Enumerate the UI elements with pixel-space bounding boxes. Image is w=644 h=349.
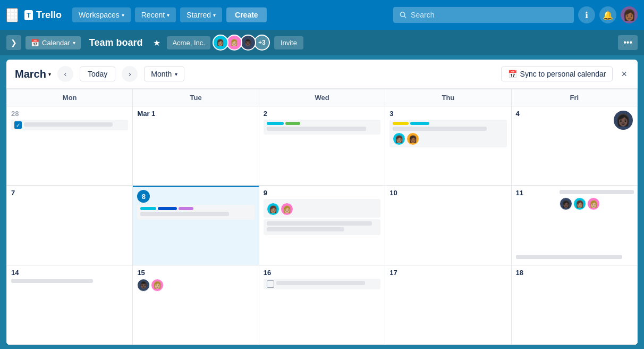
info-button[interactable]: ℹ (578, 6, 595, 23)
day-number: 16 (264, 269, 380, 277)
day-cell-mar8[interactable]: 8 (133, 186, 259, 265)
label-bar-cyan (410, 122, 429, 125)
trello-logo[interactable]: T Trello (24, 10, 62, 21)
card-avatar: 👩🏽 (267, 203, 279, 215)
search-input[interactable] (411, 11, 567, 19)
card-avatars: 👨🏿 👩🏼 (137, 279, 254, 292)
chevron-down-icon: ▾ (48, 71, 51, 77)
calendar-card[interactable]: 👩🏿 👩🏽 👩🏼 (560, 190, 634, 210)
chevron-left-icon: ‹ (64, 70, 67, 78)
card-avatar: 👩🏿 (560, 197, 572, 210)
invite-button[interactable]: Invite (274, 36, 303, 49)
today-button[interactable]: Today (80, 67, 115, 81)
day-header-mon: Mon (7, 89, 133, 106)
label-bar-purple (179, 207, 193, 210)
member-avatar-1[interactable]: 👩🏽 (213, 35, 228, 51)
day-cell-mar17[interactable]: 17 (385, 265, 511, 345)
search-icon (400, 11, 406, 19)
workspaces-menu[interactable]: Workspaces ▾ (72, 7, 131, 22)
card-text (267, 221, 372, 226)
workspace-button[interactable]: Acme, Inc. (167, 36, 210, 49)
sync-calendar-button[interactable]: 📅 Sync to personal calendar (501, 67, 613, 81)
calendar-card[interactable]: 👩🏽 👩🏾 (389, 120, 506, 147)
card-text (393, 127, 487, 131)
day-cell-mar2[interactable]: 2 (259, 106, 385, 186)
search-bar[interactable] (393, 7, 574, 23)
day-cell-mar18[interactable]: 18 (512, 265, 638, 345)
svg-rect-6 (7, 16, 10, 19)
calendar-card[interactable] (264, 120, 380, 135)
day-cell-mar9[interactable]: 9 👩🏽 👩🏼 (259, 186, 385, 265)
checkbox-icon: ✓ (14, 121, 22, 129)
member-avatar-2[interactable]: 👩🏼 (226, 35, 242, 51)
day-cell-mar11[interactable]: 11 👩🏿 👩🏽 👩🏼 (512, 186, 638, 265)
grid-menu-icon[interactable] (6, 8, 18, 22)
day-number: 3 (389, 110, 506, 118)
card-avatar: 👨🏿 (137, 279, 150, 292)
user-avatar[interactable]: 👩🏾 (621, 6, 638, 23)
day-number: 15 (137, 269, 254, 277)
star-board-button[interactable]: ★ (151, 36, 163, 50)
star-icon: ★ (153, 38, 160, 47)
calendar-card[interactable] (137, 205, 254, 220)
calendar-icon: 📅 (31, 39, 39, 47)
day-cell-mar7[interactable]: 7 (7, 186, 133, 265)
large-avatar: 👩🏿 (614, 111, 633, 130)
plus-members-badge[interactable]: +3 (254, 35, 270, 51)
sidebar-toggle-button[interactable]: ❯ (6, 35, 21, 50)
day-cell-mar16[interactable]: 16 (259, 265, 385, 345)
more-options-button[interactable]: ••• (618, 35, 638, 50)
day-number: 2 (264, 110, 380, 118)
card-avatars: 👩🏽 👩🏼 (267, 203, 377, 215)
day-number: 18 (516, 269, 633, 277)
card-text (11, 279, 93, 283)
card-avatar: 👩🏼 (281, 203, 293, 215)
svg-rect-3 (7, 13, 10, 15)
day-number: 14 (11, 269, 128, 277)
label-bar-green (285, 122, 300, 125)
day-cell-mar14[interactable]: 14 (7, 265, 133, 345)
view-selector[interactable]: Month ▾ (144, 67, 184, 81)
day-cell-mar3[interactable]: 3 👩🏽 👩🏾 (385, 106, 511, 186)
day-cell-mar1[interactable]: Mar 1 (133, 106, 259, 186)
month-selector[interactable]: March ▾ (15, 68, 51, 80)
calendar-card[interactable]: 👩🏽 👩🏼 (264, 199, 380, 218)
day-cell-mar10[interactable]: 10 (385, 186, 511, 265)
member-avatar-3[interactable]: 👨🏿 (240, 35, 256, 51)
next-month-button[interactable]: › (122, 66, 138, 82)
recent-menu[interactable]: Recent ▾ (135, 7, 176, 22)
board-navigation: ❯ 📅 Calendar ▾ Team board ★ Acme, Inc. 👩… (0, 30, 644, 55)
bell-icon: 🔔 (603, 10, 613, 20)
svg-line-10 (404, 16, 406, 18)
card-avatar: 👩🏼 (151, 279, 164, 292)
chevron-down-icon: ▾ (73, 40, 75, 46)
chevron-down-icon: ▾ (175, 71, 177, 77)
label-bar-yellow (393, 122, 409, 125)
label-bar-cyan (140, 207, 156, 210)
card-text (140, 212, 229, 216)
chevron-right-icon: › (129, 70, 131, 78)
calendar-card-2[interactable] (264, 219, 380, 235)
day-cell-mar15[interactable]: 15 👨🏿 👩🏼 (133, 265, 259, 345)
day-number: 7 (11, 189, 128, 197)
notifications-button[interactable]: 🔔 (599, 6, 616, 23)
calendar-view-button[interactable]: 📅 Calendar ▾ (26, 36, 81, 49)
day-cell-mar4[interactable]: 4 👩🏿 (512, 106, 638, 186)
svg-rect-0 (7, 9, 10, 12)
day-number: 28 (11, 110, 128, 118)
prev-month-button[interactable]: ‹ (57, 66, 73, 82)
label-bar-cyan (267, 122, 284, 125)
calendar-card[interactable]: ✓ (11, 120, 128, 130)
svg-rect-5 (15, 13, 17, 15)
calendar-card[interactable] (264, 279, 380, 289)
day-number: 17 (389, 269, 506, 277)
card-text (276, 281, 365, 285)
starred-menu[interactable]: Starred ▾ (180, 7, 222, 22)
chevron-left-icon: ❯ (11, 38, 17, 47)
calendar-header: March ▾ ‹ Today › Month ▾ 📅 Sync to pers… (6, 60, 638, 89)
create-button[interactable]: Create (226, 7, 267, 22)
logo-text: Trello (36, 10, 62, 21)
day-cell-feb28[interactable]: 28 ✓ (7, 106, 133, 186)
close-calendar-button[interactable]: × (619, 67, 629, 82)
day-header-fri: Fri (512, 89, 638, 106)
